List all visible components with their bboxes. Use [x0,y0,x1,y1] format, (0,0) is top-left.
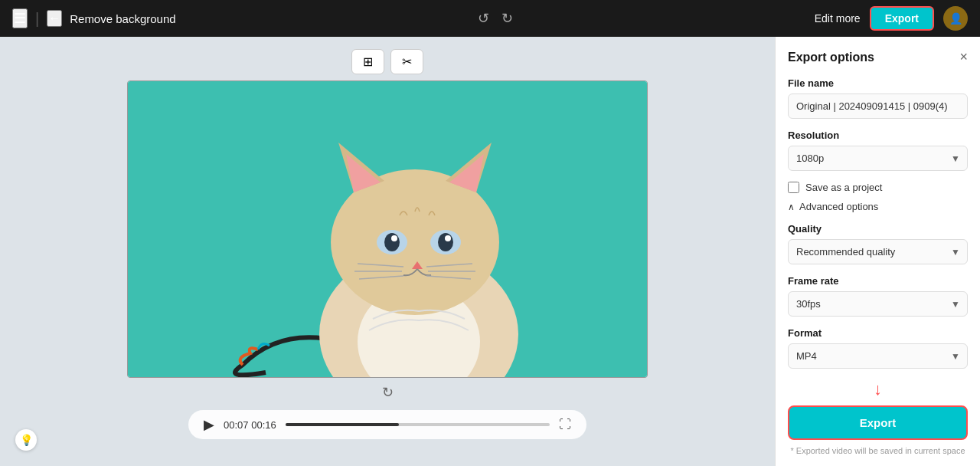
save-project-label: Save as a project [805,182,882,193]
topbar-right: Edit more Export ↑ 👤 [815,6,968,31]
video-container [127,80,648,378]
topbar: ☰ | ← Remove background ↺ ↻ Edit more Ex… [0,0,980,37]
svg-point-12 [391,235,397,241]
quality-select[interactable]: Low quality Recommended quality High qua… [788,239,968,264]
canvas-area: ⊞ ✂ [0,37,775,466]
scissor-icon: ✂ [402,54,412,69]
scissor-tool-button[interactable]: ✂ [390,49,423,74]
undo-button[interactable]: ↺ [478,10,489,27]
format-group: Format MP4 MOV GIF ▼ [788,327,968,369]
grid-icon: ⊞ [363,54,373,69]
svg-point-13 [445,235,451,241]
fullscreen-button[interactable]: ⛶ [559,418,571,432]
export-note: * Exported video will be saved in curren… [788,446,968,455]
close-panel-button[interactable]: × [959,49,968,65]
advanced-options-label: Advanced options [799,201,878,212]
panel-title: Export options [788,51,874,64]
page-title: Remove background [70,12,175,25]
video-controls: ▶ 00:07 00:16 ⛶ [188,410,586,439]
frame-rate-group: Frame rate 24fps 30fps 60fps ▼ [788,275,968,317]
main-area: ⊞ ✂ [0,37,980,466]
grid-tool-button[interactable]: ⊞ [351,49,384,74]
menu-icon[interactable]: ☰ [12,8,28,28]
frame-rate-select[interactable]: 24fps 30fps 60fps [788,291,968,317]
panel-header: Export options × [788,49,968,65]
progress-bar[interactable] [286,423,550,426]
resolution-label: Resolution [788,130,968,141]
play-button[interactable]: ▶ [204,416,214,433]
svg-point-11 [438,233,453,251]
export-panel: Export options × File name Resolution 72… [775,37,980,466]
edit-more-button[interactable]: Edit more [815,12,861,25]
save-project-checkbox[interactable] [788,182,799,193]
svg-point-9 [384,233,400,251]
refresh-icon[interactable]: ↻ [382,384,394,401]
file-name-group: File name [788,77,968,119]
format-select-wrapper: MP4 MOV GIF ▼ [788,343,968,369]
back-button[interactable]: ← [47,10,62,27]
resolution-select-wrapper: 720p 1080p 4K ▼ [788,146,968,171]
current-time: 00:07 00:16 [224,419,276,431]
frame-rate-label: Frame rate [788,275,968,287]
save-project-row: Save as a project [788,182,968,193]
frame-rate-select-wrapper: 24fps 30fps 60fps ▼ [788,291,968,317]
export-top-button[interactable]: Export [870,6,934,31]
format-select[interactable]: MP4 MOV GIF [788,343,968,369]
redo-button[interactable]: ↻ [501,10,513,27]
progress-fill [286,423,399,426]
file-name-input[interactable] [788,94,968,119]
export-panel-button[interactable]: Export [788,405,968,440]
avatar: 👤 [943,6,968,31]
file-name-label: File name [788,77,968,89]
format-label: Format [788,327,968,339]
resolution-group: Resolution 720p 1080p 4K ▼ [788,130,968,171]
hint-icon[interactable]: 💡 [15,429,37,451]
chevron-up-icon: ∧ [788,202,795,212]
advanced-options-toggle[interactable]: ∧ Advanced options [788,201,968,212]
topbar-center: ↺ ↻ [185,10,805,27]
divider: | [35,10,39,28]
quality-select-wrapper: Low quality Recommended quality High qua… [788,239,968,264]
quality-group: Quality Low quality Recommended quality … [788,223,968,264]
cat-image [128,81,648,378]
topbar-left: ☰ | ← Remove background [12,8,176,28]
canvas-toolbar: ⊞ ✂ [351,49,423,74]
export-panel-arrow: ↓ [788,379,968,399]
quality-label: Quality [788,223,968,235]
resolution-select[interactable]: 720p 1080p 4K [788,146,968,171]
